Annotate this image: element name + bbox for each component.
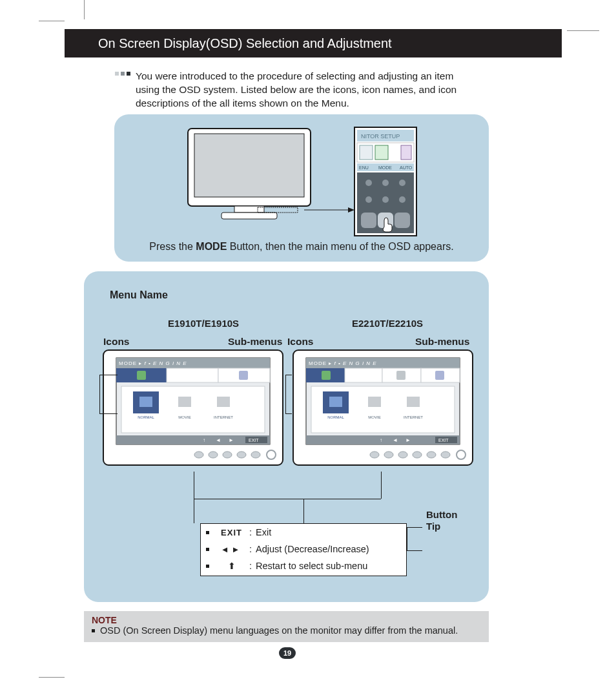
arrows-left-right-icon: ◄►	[214, 545, 249, 554]
svg-marker-6	[348, 207, 354, 213]
arrow-up-icon: ⬆	[214, 561, 249, 571]
page-number-badge: 19	[279, 647, 296, 659]
svg-rect-74	[407, 397, 420, 407]
svg-rect-41	[178, 397, 191, 407]
svg-point-85	[413, 452, 422, 458]
svg-rect-33	[137, 371, 146, 380]
submenus-label-a: Sub-menus	[228, 336, 282, 348]
svg-rect-13	[401, 145, 411, 160]
lead-paragraph: You were introduced to the procedure of …	[136, 70, 478, 110]
svg-text:MODE ▸ f • E N G I N E: MODE ▸ f • E N G I N E	[119, 360, 187, 366]
svg-rect-72	[368, 397, 381, 407]
svg-text:ENU: ENU	[359, 165, 369, 170]
osd-screenshots-row: MODE ▸ f • E N G I N E NORMAL MOVIE INTE…	[102, 349, 474, 472]
tip-row-exit: EXIT : Exit	[201, 524, 406, 541]
button-tip-label: Button Tip	[426, 509, 457, 532]
svg-point-52	[209, 452, 218, 458]
tip-row-restart: ⬆ : Restart to select sub-menu	[201, 557, 406, 574]
svg-text:EXIT: EXIT	[249, 438, 259, 442]
svg-text:►: ►	[406, 437, 411, 443]
note-title: NOTE	[92, 615, 481, 625]
tip-row-adjust: ◄► : Adjust (Decrease/Increase)	[201, 541, 406, 557]
svg-rect-63	[345, 368, 382, 382]
tip-desc: Restart to select sub-menu	[256, 561, 367, 571]
svg-rect-70	[329, 397, 342, 407]
svg-text:INTERNET: INTERNET	[214, 415, 233, 419]
lead-bullet-icon	[115, 72, 130, 76]
svg-point-22	[365, 196, 372, 203]
svg-text:EXIT: EXIT	[438, 438, 449, 442]
tip-desc: Exit	[256, 527, 271, 537]
svg-rect-11	[360, 145, 373, 160]
crop-mark	[39, 21, 65, 21]
svg-text:MOVIE: MOVIE	[368, 415, 380, 419]
svg-text:MODE: MODE	[378, 165, 392, 170]
svg-text:NITOR SETUP: NITOR SETUP	[361, 133, 400, 140]
model-b-label: E2210T/E2210S	[352, 318, 423, 329]
svg-rect-43	[217, 397, 230, 407]
monitor-remote-illustration: NITOR SETUP ENU MODE AUTO	[181, 123, 420, 240]
svg-rect-3	[221, 213, 277, 219]
svg-point-19	[365, 180, 372, 186]
bullet-icon	[92, 629, 95, 632]
svg-point-20	[382, 180, 389, 186]
svg-rect-34	[167, 368, 218, 382]
svg-text:↑: ↑	[380, 437, 382, 443]
menu-name-label: Menu Name	[110, 289, 168, 301]
exit-text-icon: EXIT	[221, 528, 242, 537]
press-instruction: Press the MODE Button, then the main men…	[114, 241, 489, 253]
crop-mark	[567, 30, 599, 31]
svg-rect-12	[375, 145, 388, 160]
svg-text:NORMAL: NORMAL	[138, 415, 154, 419]
svg-rect-1	[194, 134, 304, 197]
svg-text:MOVIE: MOVIE	[178, 415, 190, 419]
model-a-label: E1910T/E1910S	[168, 318, 239, 329]
svg-text:►: ►	[229, 437, 234, 443]
svg-text:◄: ◄	[393, 437, 398, 443]
svg-text:AUTO: AUTO	[400, 165, 413, 170]
page-title: On Screen Display(OSD) Selection and Adj…	[98, 36, 392, 51]
page-title-bar: On Screen Display(OSD) Selection and Adj…	[65, 29, 562, 57]
svg-rect-39	[139, 397, 152, 407]
svg-rect-62	[322, 371, 331, 380]
osd-layout-panel: Menu Name E1910T/E1910S E2210T/E2210S Ic…	[84, 271, 489, 602]
note-text: OSD (On Screen Display) menu languages o…	[100, 625, 458, 636]
svg-text:◄: ◄	[216, 437, 221, 443]
svg-rect-36	[239, 371, 248, 380]
svg-point-87	[441, 452, 450, 458]
svg-rect-67	[435, 371, 444, 380]
svg-rect-25	[361, 213, 376, 228]
osd-screen-a: MODE ▸ f • E N G I N E NORMAL MOVIE INTE…	[102, 349, 284, 472]
osd-screen-b: MODE ▸ f • E N G I N E NORMAL MOVIE INTE…	[292, 349, 474, 472]
svg-point-83	[384, 452, 393, 458]
svg-point-51	[194, 452, 203, 458]
crop-mark	[84, 0, 85, 19]
svg-point-24	[399, 196, 406, 203]
svg-point-54	[237, 452, 246, 458]
note-box: NOTE OSD (On Screen Display) menu langua…	[84, 611, 489, 642]
crop-mark	[39, 677, 65, 678]
svg-text:NORMAL: NORMAL	[327, 415, 344, 419]
svg-text:MODE ▸ f • E N G I N E: MODE ▸ f • E N G I N E	[309, 360, 377, 366]
intro-panel: NITOR SETUP ENU MODE AUTO Press the MODE…	[114, 114, 489, 262]
svg-point-86	[427, 452, 436, 458]
svg-point-84	[398, 452, 407, 458]
icons-label-b: Icons	[287, 336, 313, 348]
svg-point-82	[370, 452, 379, 458]
svg-text:↑: ↑	[203, 437, 205, 443]
svg-text:INTERNET: INTERNET	[404, 415, 423, 419]
submenus-label-b: Sub-menus	[415, 336, 469, 348]
svg-point-21	[399, 180, 406, 186]
svg-point-23	[382, 196, 389, 203]
tip-desc: Adjust (Decrease/Increase)	[256, 544, 369, 554]
svg-rect-27	[395, 213, 410, 228]
svg-rect-65	[396, 371, 406, 380]
svg-point-53	[223, 452, 232, 458]
svg-point-55	[251, 452, 260, 458]
icons-label-a: Icons	[103, 336, 129, 348]
button-tip-box: EXIT : Exit ◄► : Adjust (Decrease/Increa…	[200, 523, 407, 576]
